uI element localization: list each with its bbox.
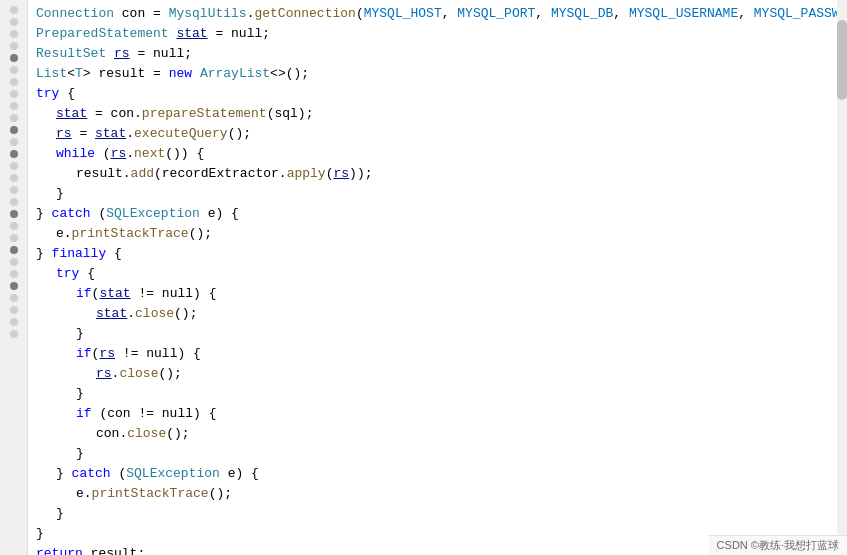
- token-plain: != null) {: [115, 344, 201, 364]
- footer-text: CSDN ©教练·我想打蓝球: [717, 539, 839, 551]
- token-const: MYSQL_HOST: [364, 4, 442, 24]
- token-const: MYSQL_PASSWORD: [754, 4, 847, 24]
- token-kw: finally: [52, 244, 107, 264]
- token-kw: while: [56, 144, 95, 164]
- token-plain: ,: [442, 4, 458, 24]
- token-plain: result.: [76, 164, 131, 184]
- gutter-marker: [10, 114, 18, 122]
- token-plain: (: [111, 464, 127, 484]
- gutter-marker: [10, 306, 18, 314]
- token-kw: catch: [72, 464, 111, 484]
- gutter-marker[interactable]: [10, 126, 18, 134]
- gutter-marker: [10, 102, 18, 110]
- token-plain: }: [36, 244, 52, 264]
- token-plain: (recordExtractor.: [154, 164, 287, 184]
- scrollbar-thumb[interactable]: [837, 20, 847, 100]
- gutter-marker[interactable]: [10, 54, 18, 62]
- token-kw: new: [169, 64, 192, 84]
- code-line: stat = con.prepareStatement(sql);: [28, 104, 847, 124]
- gutter-marker[interactable]: [10, 282, 18, 290]
- token-plain: e.: [56, 224, 72, 244]
- token-method: getConnection: [254, 4, 355, 24]
- token-plain: (: [91, 204, 107, 224]
- token-plain: = null;: [130, 44, 192, 64]
- token-plain: }: [36, 204, 52, 224]
- token-plain: ,: [613, 4, 629, 24]
- token-plain: = null;: [208, 24, 270, 44]
- gutter-marker: [10, 258, 18, 266]
- token-plain: <>();: [270, 64, 309, 84]
- token-method: printStackTrace: [92, 484, 209, 504]
- token-plain: {: [59, 84, 75, 104]
- token-plain: [169, 24, 177, 44]
- code-line: try {: [28, 84, 847, 104]
- gutter-marker: [10, 18, 18, 26]
- token-plain: [192, 64, 200, 84]
- code-line: e.printStackTrace();: [28, 484, 847, 504]
- gutter-marker[interactable]: [10, 150, 18, 158]
- token-kw: return: [36, 544, 83, 555]
- code-line: PreparedStatement stat = null;: [28, 24, 847, 44]
- gutter-marker[interactable]: [10, 246, 18, 254]
- token-type: T: [75, 64, 83, 84]
- gutter-marker[interactable]: [10, 210, 18, 218]
- token-plain: }: [56, 464, 72, 484]
- token-type: Connection: [36, 4, 114, 24]
- token-plain: ();: [174, 304, 197, 324]
- token-plain: > result =: [83, 64, 169, 84]
- token-plain: e.: [76, 484, 92, 504]
- gutter-marker: [10, 162, 18, 170]
- editor-container: Connection con = MysqlUtils.getConnectio…: [0, 0, 847, 555]
- token-var-underline: stat: [56, 104, 87, 124]
- code-line: } catch (SQLException e) {: [28, 464, 847, 484]
- token-var-underline: stat: [176, 24, 207, 44]
- code-line: } finally {: [28, 244, 847, 264]
- token-plain: .: [126, 124, 134, 144]
- token-kw: catch: [52, 204, 91, 224]
- token-method: next: [134, 144, 165, 164]
- token-type: MysqlUtils: [169, 4, 247, 24]
- token-plain: e) {: [200, 204, 239, 224]
- code-line: rs = stat.executeQuery();: [28, 124, 847, 144]
- token-plain: (: [326, 164, 334, 184]
- token-plain: (: [92, 344, 100, 364]
- code-line: con.close();: [28, 424, 847, 444]
- token-plain: ()) {: [165, 144, 204, 164]
- token-kw: try: [56, 264, 79, 284]
- vertical-scrollbar[interactable]: [837, 0, 847, 535]
- token-plain: ));: [349, 164, 372, 184]
- token-var-underline: stat: [99, 284, 130, 304]
- token-var-underline: stat: [95, 124, 126, 144]
- code-line: result.add(recordExtractor.apply(rs));: [28, 164, 847, 184]
- token-plain: [106, 44, 114, 64]
- code-line: }: [28, 444, 847, 464]
- code-line: }: [28, 184, 847, 204]
- token-var-underline: rs: [56, 124, 72, 144]
- token-plain: {: [106, 244, 122, 264]
- token-method: close: [119, 364, 158, 384]
- code-line: e.printStackTrace();: [28, 224, 847, 244]
- code-line: List<T> result = new ArrayList<>();: [28, 64, 847, 84]
- token-type: ResultSet: [36, 44, 106, 64]
- token-var-underline: stat: [96, 304, 127, 324]
- code-line: try {: [28, 264, 847, 284]
- token-plain: =: [72, 124, 95, 144]
- token-method: close: [127, 424, 166, 444]
- code-area[interactable]: Connection con = MysqlUtils.getConnectio…: [28, 0, 847, 555]
- token-plain: }: [76, 384, 84, 404]
- token-plain: }: [76, 444, 84, 464]
- code-line: }: [28, 504, 847, 524]
- token-var-underline: rs: [333, 164, 349, 184]
- token-type: SQLException: [126, 464, 220, 484]
- gutter-marker: [10, 234, 18, 242]
- token-plain: != null) {: [131, 284, 217, 304]
- gutter-marker: [10, 186, 18, 194]
- footer-bar: CSDN ©教练·我想打蓝球: [709, 535, 847, 555]
- token-plain: ();: [166, 424, 189, 444]
- token-plain: <: [67, 64, 75, 84]
- gutter-marker[interactable]: [10, 6, 18, 14]
- token-kw: if: [76, 284, 92, 304]
- token-plain: result;: [83, 544, 145, 555]
- token-plain: .: [112, 364, 120, 384]
- token-plain: (: [356, 4, 364, 24]
